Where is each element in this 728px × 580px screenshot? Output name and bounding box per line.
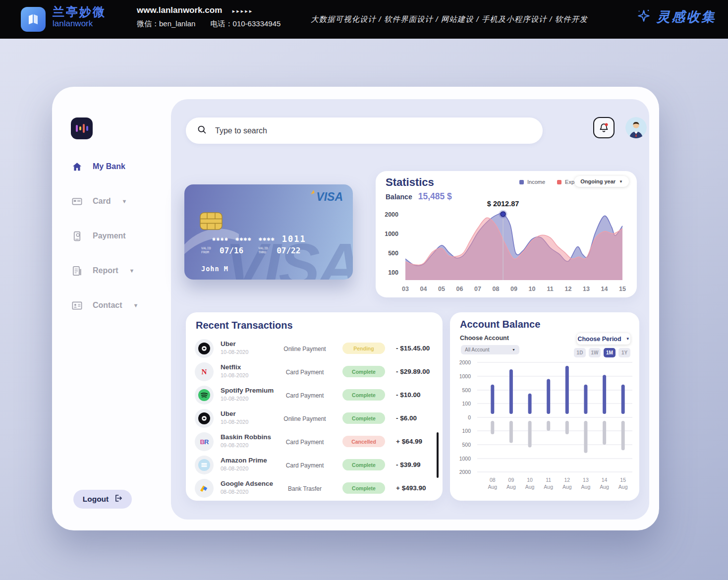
logo-bar	[86, 126, 88, 131]
sidebar-item-contact[interactable]: Contact▼	[71, 295, 138, 316]
notifications-button[interactable]	[593, 117, 615, 138]
transaction-amount: + $64.99	[396, 438, 422, 445]
period-button-1w[interactable]: 1W	[589, 348, 601, 357]
svg-text:04: 04	[420, 286, 427, 292]
logout-button[interactable]: Logout	[73, 490, 132, 509]
book-icon	[26, 12, 41, 27]
svg-text:Aug: Aug	[488, 484, 497, 490]
svg-text:Aug: Aug	[600, 484, 609, 490]
period-button-1y[interactable]: 1Y	[618, 348, 630, 357]
sidebar-item-label: Payment	[93, 232, 126, 240]
user-avatar[interactable]	[625, 117, 647, 138]
amazon-icon	[195, 456, 214, 474]
report-icon	[71, 265, 83, 277]
netflix-icon: N	[195, 362, 214, 381]
status-badge: Cancelled	[342, 436, 385, 447]
card-number: ✱✱✱✱ ✱✱✱✱ ✱✱✱✱ 1011	[212, 234, 306, 244]
transaction-method: Card Payment	[269, 392, 340, 399]
slogan-text: 灵感收集	[657, 8, 716, 26]
svg-text:07: 07	[474, 286, 481, 292]
card-chip	[200, 212, 223, 232]
account-balance-bar-chart[interactable]: 2000100050010001005001000200008Aug09Aug1…	[450, 359, 639, 501]
svg-text:13: 13	[583, 286, 590, 292]
svg-text:2000: 2000	[459, 359, 471, 365]
top-banner: 兰亭妙微 lanlanwork www.lanlanwork.com ▸▸▸▸▸…	[0, 0, 728, 39]
sidebar-item-report[interactable]: Report▼	[71, 260, 138, 281]
choose-account-label: Choose Account	[460, 335, 509, 342]
svg-text:10: 10	[529, 286, 536, 292]
avatar-person-icon	[625, 117, 647, 138]
brand-name-cn: 兰亭妙微	[53, 5, 106, 18]
svg-text:Aug: Aug	[581, 484, 591, 490]
logo-bar	[83, 124, 85, 133]
transaction-amount: - $10.00	[396, 391, 421, 399]
transaction-method: Card Payment	[269, 369, 340, 376]
svg-text:Aug: Aug	[544, 484, 553, 490]
transaction-row[interactable]: NNetflix10-08-2020Card PaymentComplete- …	[186, 360, 443, 384]
valid-thru: VALID THRU 07/22	[258, 246, 300, 255]
choose-period-dropdown[interactable]: Choose Period ▼	[577, 333, 630, 345]
transaction-row[interactable]: BRBaskin Robbins09-08-2020Card PaymentCa…	[186, 430, 443, 454]
search-bar[interactable]	[186, 117, 543, 144]
svg-text:500: 500	[388, 250, 398, 257]
transaction-row[interactable]: Amazon Prime08-08-2020Card PaymentComple…	[186, 454, 443, 477]
logo-bar	[76, 125, 78, 132]
svg-text:Aug: Aug	[506, 484, 516, 490]
svg-text:13: 13	[583, 477, 589, 483]
svg-text:100: 100	[462, 428, 471, 434]
search-input[interactable]	[214, 126, 532, 136]
svg-text:12: 12	[565, 286, 572, 292]
sidebar-item-card[interactable]: Card▼	[71, 191, 138, 212]
svg-text:100: 100	[388, 269, 398, 276]
status-badge: Complete	[342, 482, 385, 494]
account-select[interactable]: All Account ▼	[461, 345, 519, 354]
services-list: 大数据可视化设计 / 软件界面设计 / 网站建设 / 手机及小程序设计 / 软件…	[311, 14, 588, 25]
svg-text:15: 15	[620, 477, 626, 483]
logout-icon	[113, 494, 122, 505]
sidebar-item-payment[interactable]: Payment	[71, 226, 138, 246]
ongoing-year-dropdown[interactable]: Ongoing year ▼	[574, 176, 629, 187]
app-logo[interactable]	[71, 117, 93, 139]
company-logo	[21, 7, 46, 32]
transaction-amount: - $15.45.00	[396, 345, 430, 352]
uber-icon	[195, 409, 214, 428]
transaction-row[interactable]: Spotify Premium10-08-2020Card PaymentCom…	[186, 384, 443, 407]
account-balance-title: Account Balance	[460, 319, 540, 330]
contact-block: www.lanlanwork.com ▸▸▸▸▸ 微信：ben_lanlan 电…	[137, 5, 280, 29]
website-link[interactable]: www.lanlanwork.com	[137, 5, 222, 15]
svg-text:11: 11	[547, 286, 553, 292]
bank-card[interactable]: VISA VISA ✱✱✱✱ ✱✱✱✱ ✱✱✱✱ 1011 VALID FROM…	[184, 184, 353, 280]
contact-icon	[71, 299, 83, 311]
sidebar-item-my-bank[interactable]: My Bank	[71, 156, 138, 177]
transaction-amount: - $39.99	[396, 461, 421, 468]
transactions-title: Recent Transactions	[196, 320, 293, 331]
transaction-row[interactable]: Uber10-08-2020Online PaymentPending- $15…	[186, 337, 443, 360]
sparkle-icon	[636, 8, 652, 26]
transaction-row[interactable]: Google Adsence08-08-2020Bank TrasferComp…	[186, 477, 443, 500]
wechat-id: 微信：ben_lanlan	[137, 19, 195, 28]
svg-text:06: 06	[456, 286, 463, 292]
sidebar-item-label: Contact	[93, 301, 122, 310]
period-button-1m[interactable]: 1M	[604, 348, 616, 357]
svg-text:500: 500	[462, 442, 471, 448]
period-buttons: 1D1W1M1Y	[574, 348, 630, 357]
svg-text:08: 08	[493, 286, 500, 292]
svg-text:11: 11	[546, 477, 551, 483]
transaction-row[interactable]: Uber10-08-2020Online PaymentComplete- $6…	[186, 407, 443, 430]
statistics-area-chart[interactable]: 2000100050010003040506070809101112131415…	[376, 198, 637, 297]
svg-text:08: 08	[490, 477, 496, 483]
baskin-icon: BR	[195, 432, 214, 451]
legend-item-income: Income	[519, 179, 545, 185]
svg-text:Aug: Aug	[525, 484, 535, 490]
scrollbar[interactable]	[437, 432, 439, 478]
arrows-decor: ▸▸▸▸▸	[232, 8, 254, 14]
svg-text:1000: 1000	[459, 373, 471, 379]
visa-logo: VISA	[316, 190, 343, 204]
transactions-list: Uber10-08-2020Online PaymentPending- $15…	[186, 337, 443, 500]
period-button-1d[interactable]: 1D	[574, 348, 586, 357]
svg-text:03: 03	[402, 286, 409, 292]
svg-text:Aug: Aug	[618, 484, 628, 490]
svg-text:1000: 1000	[459, 456, 471, 462]
svg-text:$ 2012.87: $ 2012.87	[487, 200, 519, 208]
spotify-icon	[195, 386, 214, 405]
